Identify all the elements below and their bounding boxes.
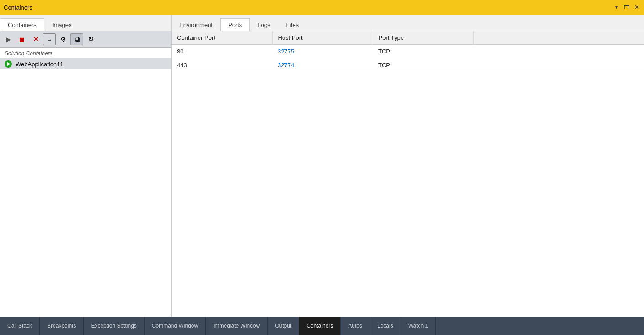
bottom-tab-bar: Call Stack Breakpoints Exception Setting… [0,317,644,335]
settings-button[interactable]: ⚙ [57,33,70,45]
dropdown-btn[interactable]: ▾ [613,4,620,11]
port-type-cell: TCP [373,58,473,72]
refresh-button[interactable]: ↻ [84,33,97,45]
stop-button[interactable]: ◼ [16,33,28,45]
header-container-port: Container Port [172,31,272,45]
table-header-row: Container Port Host Port Port Type [172,31,644,45]
title-bar-title: Containers [4,4,32,11]
table-row: 443 32774 TCP [172,58,644,72]
tab-files[interactable]: Files [279,18,306,31]
container-port-cell: 443 [172,58,272,72]
table-row: 80 32775 TCP [172,45,644,58]
tab-containers[interactable]: Containers [0,18,44,31]
main-area: Containers Images ▶ ◼ ✕ ▭ ⚙ ⧉ ↻ Solution… [0,15,644,317]
bottom-tab-locals[interactable]: Locals [370,317,401,335]
ports-table: Container Port Host Port Port Type 80 32… [172,31,644,72]
bottom-tab-output[interactable]: Output [268,317,299,335]
top-nav-tabs: Containers Images [0,15,171,31]
container-item-label: WebApplication11 [16,61,64,68]
bottom-tab-call-stack[interactable]: Call Stack [0,317,40,335]
bottom-tab-containers[interactable]: Containers [299,317,341,335]
bottom-tab-immediate-window[interactable]: Immediate Window [206,317,268,335]
header-extra [473,31,644,45]
bottom-tab-watch1[interactable]: Watch 1 [401,317,436,335]
copy-button[interactable]: ⧉ [70,33,83,45]
tab-ports[interactable]: Ports [220,18,250,31]
tab-logs[interactable]: Logs [250,18,278,31]
container-list-item[interactable]: WebApplication11 [0,58,171,69]
bottom-tab-breakpoints[interactable]: Breakpoints [40,317,84,335]
content-tabs: Environment Ports Logs Files [172,15,644,31]
close-container-button[interactable]: ✕ [29,33,42,45]
bottom-tab-command-window[interactable]: Command Window [145,317,206,335]
title-bar: Containers ▾ 🗖 ✕ [0,0,644,15]
bottom-tab-exception-settings[interactable]: Exception Settings [84,317,144,335]
ports-table-area: Container Port Host Port Port Type 80 32… [172,31,644,317]
host-port-cell-link[interactable]: 32775 [272,45,373,58]
close-btn[interactable]: ✕ [633,4,640,11]
port-type-cell: TCP [373,45,473,58]
header-host-port: Host Port [272,31,373,45]
start-button[interactable]: ▶ [2,33,15,45]
host-port-cell-link[interactable]: 32774 [272,58,373,72]
terminal-button[interactable]: ▭ [43,33,56,45]
minimize-btn[interactable]: 🗖 [623,4,630,11]
right-panel: Environment Ports Logs Files Container P… [172,15,644,317]
solution-label: Solution Containers [0,48,171,58]
title-bar-controls: ▾ 🗖 ✕ [613,4,640,11]
left-toolbar: ▶ ◼ ✕ ▭ ⚙ ⧉ ↻ [0,31,171,48]
header-port-type: Port Type [373,31,473,45]
bottom-tab-autos[interactable]: Autos [341,317,370,335]
tab-images[interactable]: Images [44,18,80,31]
running-indicator [5,60,12,68]
left-panel: Containers Images ▶ ◼ ✕ ▭ ⚙ ⧉ ↻ Solution… [0,15,172,317]
tab-environment[interactable]: Environment [172,18,220,31]
container-port-cell: 80 [172,45,272,58]
